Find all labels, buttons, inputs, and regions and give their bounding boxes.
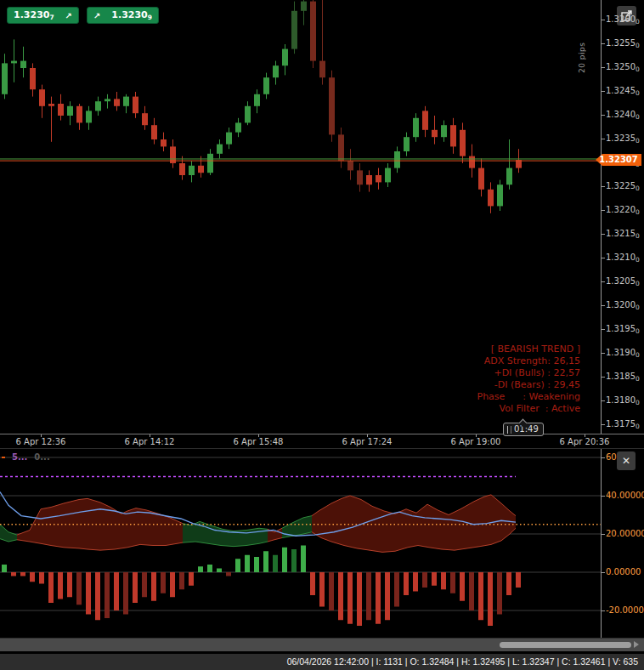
ask-price: 1.32309 (111, 9, 152, 21)
time-axis-label: 6 Apr 20:36 (560, 437, 610, 446)
close-icon: ✕ (622, 455, 630, 467)
indicator-marker (2, 457, 5, 458)
price-axis-label: 1.32000 (606, 300, 640, 311)
trading-app-window: 1.32307 ↗ ↗ 1.32309 20 pips 1.326001.325… (0, 0, 644, 670)
status-bar: 06/04/2026 12:42:00 | I: 1131 | O: 1.324… (0, 654, 644, 670)
price-axis-label: 1.32500 (606, 62, 640, 73)
indicator-name-label[interactable]: 5... (12, 452, 27, 462)
indicator-panel-canvas[interactable] (0, 449, 601, 638)
time-axis-label: 6 Apr 19:00 (451, 437, 501, 446)
trend-info-line: Phase : Weakening (477, 391, 581, 403)
trend-info-line: Vol Filter : Active (477, 403, 581, 415)
price-axis-label: 1.31900 (606, 348, 640, 359)
price-axis-label: 1.32550 (606, 38, 640, 49)
price-axis-label: 1.31950 (606, 324, 640, 335)
sell-bid-button[interactable]: 1.32307 ↗ (7, 7, 79, 24)
close-indicator-button[interactable]: ✕ (617, 451, 636, 470)
bid-price: 1.32307 (14, 9, 54, 21)
trend-info-line: [ BEARISH TREND ] (477, 344, 581, 355)
price-axis-label: 1.32250 (606, 181, 640, 192)
time-axis-label: 6 Apr 14:12 (125, 437, 175, 446)
price-axis-label: 1.32150 (606, 229, 640, 240)
time-axis-label: 6 Apr 17:24 (342, 437, 393, 446)
price-axis-label: 1.32200 (606, 205, 640, 216)
price-axis-label: 1.32450 (606, 86, 640, 97)
bar-countdown-tooltip: 01:49 (503, 423, 544, 436)
time-axis[interactable]: 6 Apr 12:366 Apr 14:126 Apr 15:486 Apr 1… (0, 434, 644, 449)
current-price-tag: 1.32307 (596, 154, 641, 166)
scrollbar-thumb[interactable] (500, 642, 631, 648)
panel-divider (0, 448, 644, 449)
price-axis-label: 1.32400 (606, 110, 640, 121)
scroll-right-arrow-icon[interactable] (634, 641, 639, 648)
indicator-axis-label: 40.00000 (606, 491, 644, 500)
price-axis-label: 1.32600 (606, 14, 640, 26)
price-axis-label: 1.31800 (606, 395, 640, 406)
trend-info-overlay: [ BEARISH TREND ]ADX Strength: 26,15+DI … (477, 344, 581, 415)
axis-separator-line (601, 0, 602, 638)
indicator-axis-label: 0.00000 (606, 567, 641, 576)
price-axis-label: 1.31750 (606, 419, 640, 430)
price-axis-label: 1.32100 (606, 253, 640, 264)
price-axis-label: 1.31850 (606, 372, 640, 383)
price-axis-label: 1.32350 (606, 133, 640, 145)
pips-scale-label: 20 pips (578, 34, 588, 82)
buy-ask-button[interactable]: ↗ 1.32309 (87, 7, 159, 24)
trend-info-line: ADX Strength: 26,15 (477, 355, 581, 367)
trend-info-line: +DI (Bulls) : 22,57 (477, 367, 581, 379)
time-axis-label: 6 Apr 15:48 (234, 437, 284, 446)
price-axis-label: 1.32050 (606, 276, 640, 287)
countdown-time: 01:49 (514, 423, 539, 435)
indicator-axis-label: -20.00000 (606, 605, 644, 615)
ask-arrow-icon: ↗ (93, 11, 100, 20)
indicator-header[interactable]: 5...0... (2, 452, 50, 462)
indicator-axis-label: 20.00000 (606, 529, 644, 538)
trend-info-line: -DI (Bears) : 29,45 (477, 379, 581, 391)
bid-arrow-icon: ↗ (65, 11, 72, 20)
candle-countdown-icon (507, 426, 511, 434)
indicator-name-label[interactable]: 0... (34, 452, 49, 462)
horizontal-scrollbar[interactable] (0, 639, 644, 651)
time-axis-label: 6 Apr 12:36 (16, 437, 66, 446)
